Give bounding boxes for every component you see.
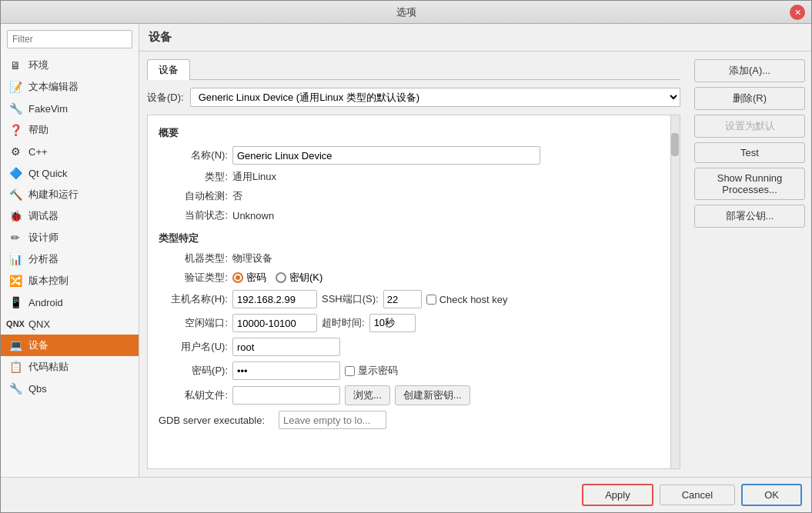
sidebar-item-android[interactable]: 📱 Android [1, 291, 139, 313]
machine-label: 机器类型: [159, 252, 228, 265]
sidebar-item-vcs-label: 版本控制 [28, 274, 69, 288]
sidebar-item-devices[interactable]: 💻 设备 [1, 335, 139, 356]
sidebar-item-build[interactable]: 🔨 构建和运行 [1, 184, 139, 205]
sidebar-item-qtquick[interactable]: 🔷 Qt Quick [1, 162, 139, 184]
sidebar-item-devices-label: 设备 [28, 338, 48, 352]
sidebar-item-designer[interactable]: ✏ 设计师 [1, 227, 139, 248]
sidebar-item-vcs[interactable]: 🔀 版本控制 [1, 270, 139, 291]
sidebar-item-codepaste[interactable]: 📋 代码粘贴 [1, 356, 139, 378]
scrollbar[interactable] [670, 115, 680, 468]
show-processes-button[interactable]: Show Running Processes... [694, 168, 805, 200]
sidebar-item-android-label: Android [28, 297, 63, 308]
sidebar-item-fakevim[interactable]: 🔧 FakeVim [1, 98, 139, 119]
username-input[interactable] [232, 338, 340, 356]
type-row: 类型: 通用Linux [159, 170, 660, 184]
auth-password-radio[interactable] [232, 272, 243, 283]
type-specific-section-title: 类型特定 [159, 232, 660, 245]
sidebar-item-help[interactable]: ❓ 帮助 [1, 119, 139, 141]
timeout-label: 超时时间: [322, 316, 365, 330]
check-host-label: Check host key [439, 294, 508, 305]
test-button[interactable]: Test [694, 142, 805, 163]
idle-port-label: 空闲端口: [159, 316, 228, 330]
status-value: Unknown [232, 210, 274, 222]
sidebar-item-qbs[interactable]: 🔧 Qbs [1, 378, 139, 399]
qbs-icon: 🔧 [8, 381, 22, 395]
qnx-icon: QNX [8, 317, 22, 331]
add-device-button[interactable]: 添加(A)... [694, 59, 805, 82]
android-icon: 📱 [8, 295, 22, 309]
private-key-input[interactable] [232, 386, 340, 405]
name-label: 名称(N): [159, 148, 228, 162]
deploy-key-button[interactable]: 部署公钥... [694, 205, 805, 228]
remove-device-button[interactable]: 删除(R) [694, 87, 805, 110]
sidebar-item-qnx[interactable]: QNX QNX [1, 313, 139, 335]
private-key-row: 私钥文件: 浏览... 创建新密钥... [159, 385, 660, 405]
ok-button[interactable]: OK [741, 484, 802, 506]
hostname-label: 主机名称(H): [159, 292, 228, 306]
timeout-input[interactable] [369, 314, 416, 332]
idle-port-row: 空闲端口: 超时时间: [159, 314, 660, 332]
sidebar-item-analyzer-label: 分析器 [28, 252, 58, 266]
gdb-label: GDB server executable: [159, 415, 274, 426]
tab-bar: 设备 [147, 59, 680, 80]
sidebar-item-qbs-label: Qbs [28, 383, 47, 395]
machine-row: 机器类型: 物理设备 [159, 252, 660, 265]
sidebar-item-debug-label: 调试器 [28, 209, 58, 223]
auth-password-option[interactable]: 密码 [232, 271, 266, 285]
cancel-button[interactable]: Cancel [660, 485, 735, 505]
sidebar-item-debug[interactable]: 🐞 调试器 [1, 205, 139, 227]
bottom-bar: Apply Cancel OK [1, 477, 811, 512]
sidebar-item-analyzer[interactable]: 📊 分析器 [1, 248, 139, 270]
create-key-button[interactable]: 创建新密钥... [395, 385, 470, 405]
auth-key-label: 密钥(K) [289, 271, 322, 285]
private-key-label: 私钥文件: [159, 388, 228, 402]
ssh-label: SSH端口(S): [322, 292, 379, 306]
devices-icon: 💻 [8, 338, 22, 352]
set-default-button[interactable]: 设置为默认 [694, 115, 805, 138]
auth-password-label: 密码 [246, 271, 266, 285]
codepaste-icon: 📋 [8, 360, 22, 374]
apply-button[interactable]: Apply [582, 484, 653, 506]
sidebar-item-cpp[interactable]: ⚙ C++ [1, 141, 139, 162]
close-button[interactable]: ✕ [790, 5, 805, 20]
qtquick-icon: 🔷 [8, 166, 22, 180]
sidebar-item-help-label: 帮助 [28, 123, 48, 137]
ssh-port-input[interactable] [383, 290, 422, 308]
username-row: 用户名(U): [159, 338, 660, 356]
sidebar-item-designer-label: 设计师 [28, 231, 58, 245]
browse-button[interactable]: 浏览... [345, 385, 390, 405]
hostname-input[interactable] [232, 290, 317, 308]
window-title: 选项 [396, 5, 416, 19]
check-host-checkbox[interactable] [426, 295, 436, 305]
idle-port-input[interactable] [232, 314, 317, 332]
filter-input[interactable] [7, 30, 132, 48]
password-input[interactable] [232, 361, 340, 380]
main-content: 🖥 环境 📝 文本编辑器 🔧 FakeVim ❓ 帮助 ⚙ C++ 🔷 Qt [1, 24, 811, 477]
auth-key-radio[interactable] [276, 272, 286, 283]
sidebar-item-env-label: 环境 [28, 58, 48, 72]
sidebar-item-env[interactable]: 🖥 环境 [1, 55, 139, 76]
overview-section-title: 概要 [159, 126, 660, 140]
title-bar: 选项 ✕ [1, 1, 811, 24]
sidebar-item-qtquick-label: Qt Quick [28, 168, 68, 179]
device-select[interactable]: Generic Linux Device (通用Linux 类型的默认设备) [190, 88, 680, 107]
texteditor-icon: 📝 [8, 80, 22, 94]
gdb-input[interactable] [279, 411, 386, 429]
right-panel: 设备 设备 设备(D): Generic Linux Device (通用Lin… [139, 24, 811, 477]
sidebar-item-texteditor-label: 文本编辑器 [28, 80, 79, 94]
password-label: 密码(P): [159, 364, 228, 378]
debug-icon: 🐞 [8, 209, 22, 223]
hostname-row: 主机名称(H): SSH端口(S): Check host key [159, 290, 660, 308]
sidebar: 🖥 环境 📝 文本编辑器 🔧 FakeVim ❓ 帮助 ⚙ C++ 🔷 Qt [1, 24, 139, 477]
autodetect-row: 自动检测: 否 [159, 189, 660, 203]
auth-row: 验证类型: 密码 密钥(K) [159, 271, 660, 285]
auth-key-option[interactable]: 密钥(K) [276, 271, 322, 285]
show-password-checkbox[interactable] [345, 366, 355, 376]
status-row: 当前状态: Unknown [159, 208, 660, 222]
tab-device[interactable]: 设备 [147, 59, 190, 80]
name-input[interactable] [232, 146, 540, 165]
scrollbar-thumb[interactable] [671, 133, 679, 156]
sidebar-item-texteditor[interactable]: 📝 文本编辑器 [1, 76, 139, 98]
device-select-label: 设备(D): [147, 91, 184, 105]
type-label: 类型: [159, 170, 228, 184]
